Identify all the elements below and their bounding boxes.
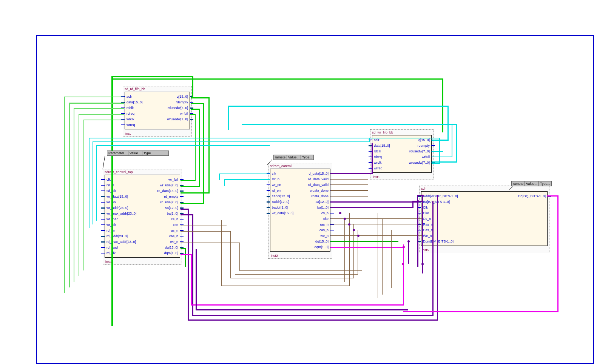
port: wrreq [127,123,135,127]
port: rd_en [272,189,281,192]
port: cke [173,223,178,227]
port: wrclk [374,161,382,164]
port: rdreq [374,155,382,159]
port: rd_data[15..0] [307,172,329,175]
port: data[15..0] [374,144,390,147]
block-sdr[interactable]: sdr Addr[ADDR_BITS-1..0]Dq[DQ_BITS-1..0]… [419,186,549,253]
port: wrclk [127,117,134,121]
port: rd_max_addr[23..0] [106,240,136,244]
instance-label: inst1 [370,174,433,180]
port: cke [323,217,329,221]
block-wr-fifo[interactable]: sd_wr_fifo_bb aclrq[15..0] data[15..0]rd… [370,129,434,180]
port: wr_en [272,183,281,187]
port: Clk [423,206,428,209]
port: wrusedw[7..0] [167,117,188,121]
block-rd-fifo[interactable]: sd_rd_fifo_bb aclrq[15..0] data[15..0]rd… [123,86,192,137]
port: wr_en [106,200,116,204]
port: rd_empty [164,195,178,198]
port: rd_use[7..0] [160,200,178,204]
param-header-sdr[interactable]: ramete Value... Type... [511,181,552,186]
port: rd_data_vaild [308,177,329,181]
port: baddr[1..0] [272,206,288,209]
param-col: Type... [142,151,169,155]
port: cs_n [321,211,329,215]
port: wr_data[15..0] [272,211,293,215]
port: ba[1..0] [317,206,329,209]
port: data[15..0] [127,100,143,104]
port: cs_n [171,217,178,221]
instance-label: inst2 [268,253,332,258]
port: rst_n [272,177,279,181]
port: Cs_n [423,217,431,221]
port: rd_clk [106,251,116,255]
port: ras_n [170,229,178,232]
port: clk [106,178,111,181]
param-header-sdram-top[interactable]: Parameter... Value... Type... [107,151,169,156]
port: aclr [127,95,132,98]
port: rd_data_vaild [308,183,329,187]
port: dq[15..0] [165,246,178,249]
port: Cke [423,211,429,215]
port: wr_addr[23..0] [106,206,128,210]
port: wr_full [168,178,178,181]
port: Cas_n [423,228,433,232]
param-header-sdram-control[interactable]: ramete Value... Type... [273,155,314,160]
param-col: ramete [274,155,287,160]
port: raddr[12..0] [272,200,289,204]
port: cas_n [169,234,178,238]
port: wr_data[15..0] [106,195,128,198]
port: cas_n [319,228,329,232]
port: wdata_done [310,189,329,192]
port: wr_clk [106,223,116,227]
port: q[15..0] [177,95,188,98]
block-title: sdram_control_top [103,169,182,175]
port: q[15..0] [418,138,430,142]
param-col: Parameter... [107,151,128,155]
port: dqm[1..0] [314,245,329,249]
port: rdempty [176,100,188,104]
port: rdreq [127,112,134,115]
param-col: Value... [287,155,301,160]
port: We_n [423,234,432,238]
port: Addr[ADDR_BITS-1..0] [423,194,458,198]
block-title: sd_rd_fifo_bb [123,86,191,92]
port: rdclk [127,106,134,110]
port: wr_max_addr[23..0] [106,212,137,215]
param-col: Type... [539,181,552,186]
port: rdata_done [311,194,329,198]
port: Dqm[DM_BITS-1..0] [423,240,454,243]
port: wr_use[7..0] [160,183,178,187]
port: wrusedw[7..0] [409,161,430,164]
param-col: ramete [512,181,525,186]
port: rst_n [106,183,114,187]
port: dq[15..0] [315,240,329,243]
port: sa[12..0] [315,200,329,204]
port: ba[1..0] [167,212,178,215]
port: dqm[1..0] [164,251,178,255]
port: caddr[12..0] [272,194,290,198]
port: sd_clk [106,189,116,193]
port: rdclk [374,149,381,153]
port: Ras_n [423,223,433,226]
port: sa[12..0] [165,206,178,210]
port: wrfull [422,155,430,159]
block-title: sdr [420,186,549,191]
port: Dq[DQ_BITS-1..0] [518,194,546,198]
port: clk [272,172,276,175]
port: wr_load [106,217,119,221]
port: we_n [170,240,178,244]
block-sdram-top[interactable]: sdram_control_top clkwr_full rst_nwr_use… [103,169,182,265]
block-title: sd_wr_fifo_bb [370,130,433,135]
port: rdempty [417,144,430,147]
port: Ba[BA_BITS-1..0] [423,200,450,204]
port: rd_addr[23..0] [106,234,128,238]
param-col: Value... [128,151,142,155]
instance-label: inst [123,131,191,136]
block-sdram-control[interactable]: sdram_control clkrd_data[15..0] rst_nrd_… [268,163,332,259]
block-title: sdram_control [268,163,332,169]
port: rdusedw[7..0] [409,149,430,153]
param-col: Value... [525,181,539,186]
port: wrfull [180,112,188,115]
port: wrreq [374,166,383,170]
port: rd_load [106,246,118,249]
